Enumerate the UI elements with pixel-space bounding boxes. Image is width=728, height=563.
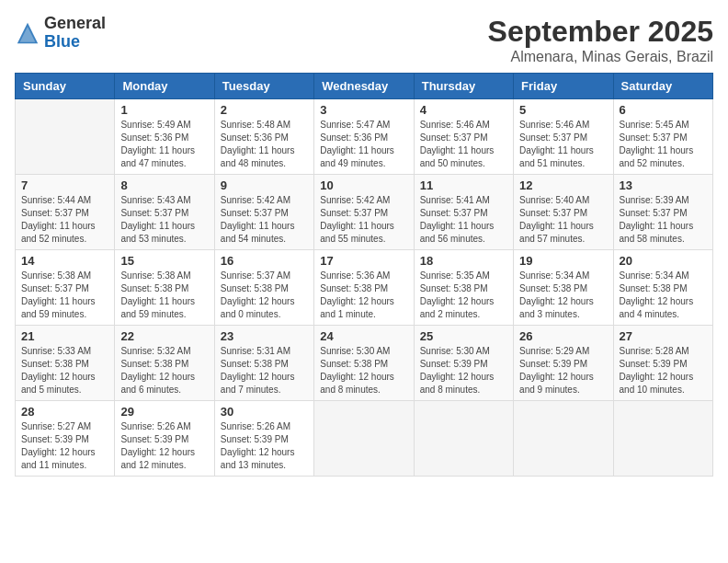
day-cell: 6Sunrise: 5:45 AM Sunset: 5:37 PM Daylig… — [613, 99, 712, 175]
day-info: Sunrise: 5:39 AM Sunset: 5:37 PM Dayligh… — [620, 194, 707, 246]
day-number: 22 — [120, 329, 208, 343]
day-number: 5 — [519, 103, 607, 117]
day-cell: 12Sunrise: 5:40 AM Sunset: 5:37 PM Dayli… — [514, 175, 613, 250]
weekday-header-row: SundayMondayTuesdayWednesdayThursdayFrid… — [16, 74, 713, 99]
day-cell: 7Sunrise: 5:44 AM Sunset: 5:37 PM Daylig… — [16, 175, 115, 250]
day-number: 14 — [21, 254, 108, 268]
day-info: Sunrise: 5:42 AM Sunset: 5:37 PM Dayligh… — [320, 194, 407, 246]
day-cell: 18Sunrise: 5:35 AM Sunset: 5:38 PM Dayli… — [414, 250, 513, 326]
weekday-header-thursday: Thursday — [414, 74, 513, 99]
logo: General Blue — [15, 15, 106, 52]
day-cell: 14Sunrise: 5:38 AM Sunset: 5:37 PM Dayli… — [16, 250, 115, 326]
day-number: 21 — [21, 329, 108, 343]
day-info: Sunrise: 5:28 AM Sunset: 5:39 PM Dayligh… — [620, 345, 707, 396]
day-info: Sunrise: 5:26 AM Sunset: 5:39 PM Dayligh… — [221, 420, 308, 472]
day-number: 1 — [120, 103, 208, 117]
weekday-header-sunday: Sunday — [16, 74, 115, 99]
day-cell: 26Sunrise: 5:29 AM Sunset: 5:39 PM Dayli… — [514, 326, 613, 401]
day-number: 6 — [620, 103, 707, 117]
calendar-table: SundayMondayTuesdayWednesdayThursdayFrid… — [15, 73, 713, 477]
day-cell: 5Sunrise: 5:46 AM Sunset: 5:37 PM Daylig… — [514, 99, 613, 175]
day-number: 2 — [221, 103, 308, 117]
weekday-header-tuesday: Tuesday — [214, 74, 313, 99]
day-info: Sunrise: 5:46 AM Sunset: 5:37 PM Dayligh… — [519, 119, 607, 170]
day-number: 7 — [21, 178, 108, 192]
day-number: 19 — [519, 254, 607, 268]
day-info: Sunrise: 5:26 AM Sunset: 5:39 PM Dayligh… — [120, 420, 208, 472]
day-info: Sunrise: 5:34 AM Sunset: 5:38 PM Dayligh… — [620, 270, 707, 321]
day-info: Sunrise: 5:40 AM Sunset: 5:37 PM Dayligh… — [519, 194, 607, 246]
day-number: 15 — [120, 254, 208, 268]
day-number: 3 — [320, 103, 407, 117]
weekday-header-monday: Monday — [115, 74, 214, 99]
day-cell — [613, 401, 712, 477]
day-info: Sunrise: 5:37 AM Sunset: 5:38 PM Dayligh… — [221, 270, 308, 321]
weekday-header-friday: Friday — [514, 74, 613, 99]
day-cell — [514, 401, 613, 477]
day-number: 10 — [320, 178, 407, 192]
day-cell — [414, 401, 513, 477]
logo-blue: Blue — [44, 32, 80, 51]
header: General Blue September 2025 Almenara, Mi… — [15, 15, 713, 65]
weekday-header-wednesday: Wednesday — [314, 74, 414, 99]
day-info: Sunrise: 5:41 AM Sunset: 5:37 PM Dayligh… — [420, 194, 507, 246]
day-cell: 29Sunrise: 5:26 AM Sunset: 5:39 PM Dayli… — [115, 401, 214, 477]
title-section: September 2025 Almenara, Minas Gerais, B… — [488, 15, 713, 65]
day-cell — [314, 401, 414, 477]
day-cell: 11Sunrise: 5:41 AM Sunset: 5:37 PM Dayli… — [414, 175, 513, 250]
subtitle: Almenara, Minas Gerais, Brazil — [488, 49, 713, 65]
day-number: 11 — [420, 178, 507, 192]
day-number: 25 — [420, 329, 507, 343]
day-cell: 8Sunrise: 5:43 AM Sunset: 5:37 PM Daylig… — [115, 175, 214, 250]
day-info: Sunrise: 5:47 AM Sunset: 5:36 PM Dayligh… — [320, 119, 407, 170]
day-info: Sunrise: 5:33 AM Sunset: 5:38 PM Dayligh… — [21, 345, 108, 396]
week-row-5: 28Sunrise: 5:27 AM Sunset: 5:39 PM Dayli… — [16, 401, 713, 477]
day-cell: 17Sunrise: 5:36 AM Sunset: 5:38 PM Dayli… — [314, 250, 414, 326]
day-cell: 4Sunrise: 5:46 AM Sunset: 5:37 PM Daylig… — [414, 99, 513, 175]
day-info: Sunrise: 5:44 AM Sunset: 5:37 PM Dayligh… — [21, 194, 108, 246]
day-number: 4 — [420, 103, 507, 117]
day-cell: 1Sunrise: 5:49 AM Sunset: 5:36 PM Daylig… — [115, 99, 214, 175]
day-number: 30 — [221, 405, 308, 419]
day-cell: 3Sunrise: 5:47 AM Sunset: 5:36 PM Daylig… — [314, 99, 414, 175]
day-number: 24 — [320, 329, 407, 343]
day-number: 20 — [620, 254, 707, 268]
day-info: Sunrise: 5:31 AM Sunset: 5:38 PM Dayligh… — [221, 345, 308, 396]
day-info: Sunrise: 5:49 AM Sunset: 5:36 PM Dayligh… — [120, 119, 208, 170]
day-number: 27 — [620, 329, 707, 343]
day-info: Sunrise: 5:32 AM Sunset: 5:38 PM Dayligh… — [120, 345, 208, 396]
day-info: Sunrise: 5:48 AM Sunset: 5:36 PM Dayligh… — [221, 119, 308, 170]
day-cell: 30Sunrise: 5:26 AM Sunset: 5:39 PM Dayli… — [214, 401, 313, 477]
day-cell: 10Sunrise: 5:42 AM Sunset: 5:37 PM Dayli… — [314, 175, 414, 250]
day-number: 28 — [21, 405, 108, 419]
day-cell: 21Sunrise: 5:33 AM Sunset: 5:38 PM Dayli… — [16, 326, 115, 401]
day-info: Sunrise: 5:35 AM Sunset: 5:38 PM Dayligh… — [420, 270, 507, 321]
day-info: Sunrise: 5:30 AM Sunset: 5:38 PM Dayligh… — [320, 345, 407, 396]
day-number: 26 — [519, 329, 607, 343]
day-number: 13 — [620, 178, 707, 192]
day-info: Sunrise: 5:27 AM Sunset: 5:39 PM Dayligh… — [21, 420, 108, 472]
day-number: 9 — [221, 178, 308, 192]
logo-text: General Blue — [44, 15, 106, 52]
day-cell: 9Sunrise: 5:42 AM Sunset: 5:37 PM Daylig… — [214, 175, 313, 250]
day-info: Sunrise: 5:36 AM Sunset: 5:38 PM Dayligh… — [320, 270, 407, 321]
day-number: 16 — [221, 254, 308, 268]
week-row-2: 7Sunrise: 5:44 AM Sunset: 5:37 PM Daylig… — [16, 175, 713, 250]
day-number: 17 — [320, 254, 407, 268]
day-cell: 2Sunrise: 5:48 AM Sunset: 5:36 PM Daylig… — [214, 99, 313, 175]
day-cell: 20Sunrise: 5:34 AM Sunset: 5:38 PM Dayli… — [613, 250, 712, 326]
week-row-3: 14Sunrise: 5:38 AM Sunset: 5:37 PM Dayli… — [16, 250, 713, 326]
day-cell: 28Sunrise: 5:27 AM Sunset: 5:39 PM Dayli… — [16, 401, 115, 477]
weekday-header-saturday: Saturday — [613, 74, 712, 99]
day-cell: 24Sunrise: 5:30 AM Sunset: 5:38 PM Dayli… — [314, 326, 414, 401]
week-row-4: 21Sunrise: 5:33 AM Sunset: 5:38 PM Dayli… — [16, 326, 713, 401]
day-cell: 25Sunrise: 5:30 AM Sunset: 5:39 PM Dayli… — [414, 326, 513, 401]
day-number: 12 — [519, 178, 607, 192]
day-info: Sunrise: 5:38 AM Sunset: 5:38 PM Dayligh… — [120, 270, 208, 321]
day-cell: 16Sunrise: 5:37 AM Sunset: 5:38 PM Dayli… — [214, 250, 313, 326]
day-info: Sunrise: 5:42 AM Sunset: 5:37 PM Dayligh… — [221, 194, 308, 246]
day-info: Sunrise: 5:38 AM Sunset: 5:37 PM Dayligh… — [21, 270, 108, 321]
day-info: Sunrise: 5:30 AM Sunset: 5:39 PM Dayligh… — [420, 345, 507, 396]
day-number: 23 — [221, 329, 308, 343]
day-number: 8 — [120, 178, 208, 192]
